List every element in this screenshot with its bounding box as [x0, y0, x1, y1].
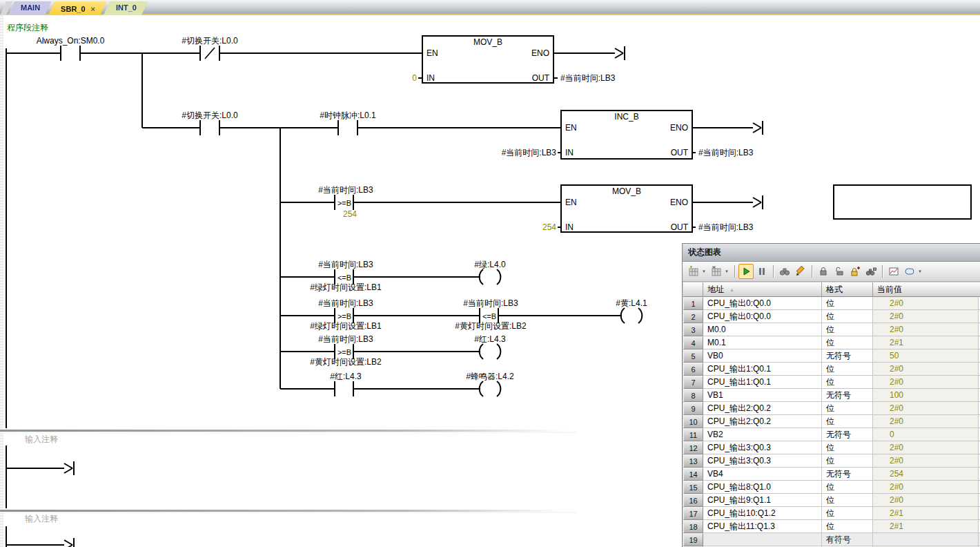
coil-red[interactable]	[480, 344, 501, 359]
current-value-cell[interactable]: 2#0	[873, 415, 979, 428]
tab-main[interactable]: MAIN	[8, 1, 51, 15]
coil-label[interactable]: #红:L4.3	[474, 334, 505, 344]
operand-label[interactable]: #当前时间:LB3	[318, 334, 373, 344]
address-cell[interactable]: VB0	[703, 349, 822, 363]
force-button[interactable]	[816, 264, 831, 279]
format-cell[interactable]: 位	[822, 310, 873, 323]
delete-row-button[interactable]	[709, 264, 724, 279]
format-cell[interactable]: 位	[822, 481, 873, 494]
address-cell[interactable]: VB4	[703, 468, 822, 481]
current-value-cell[interactable]: 2#0	[873, 454, 979, 468]
address-cell[interactable]: CPU_输出0:Q0.0	[703, 297, 822, 310]
operand-label[interactable]: #绿灯时间设置:LB1	[310, 321, 381, 331]
format-cell[interactable]: 位	[822, 441, 873, 454]
row-number-button[interactable]: 8	[683, 389, 703, 402]
contact-red[interactable]	[335, 381, 353, 396]
address-cell[interactable]: CPU_输出1:Q0.1	[703, 376, 822, 389]
network-comment[interactable]: 程序段注释	[7, 23, 48, 32]
row-number-button[interactable]: 14	[683, 468, 703, 481]
format-cell[interactable]: 位	[822, 336, 873, 349]
address-cell[interactable]: CPU_输出1:Q0.1	[703, 363, 822, 376]
contact-nc-switch[interactable]	[200, 46, 219, 61]
format-cell[interactable]: 位	[822, 507, 873, 520]
trend-view-button[interactable]	[886, 264, 901, 279]
operand-label[interactable]: #当前时间:LB3	[483, 148, 556, 157]
pause-chart-button[interactable]	[754, 264, 770, 279]
contact-always-on[interactable]	[61, 46, 80, 61]
insert-row-button[interactable]	[686, 264, 701, 279]
row-number-button[interactable]: 12	[683, 441, 703, 454]
header-format[interactable]: 格式	[822, 282, 873, 297]
input-comment-placeholder[interactable]: 输入注释	[25, 514, 58, 524]
dropdown-icon[interactable]: ▼	[702, 269, 706, 274]
address-cell[interactable]: VB2	[703, 428, 822, 441]
current-value-cell[interactable]: 2#0	[873, 441, 979, 454]
current-value-cell[interactable]: 2#0	[873, 494, 979, 507]
row-number-button[interactable]: 7	[683, 376, 703, 389]
constant-value[interactable]: 0	[386, 73, 417, 83]
chart-status-on-button[interactable]	[738, 264, 754, 279]
format-cell[interactable]: 无符号	[822, 468, 873, 481]
row-number-button[interactable]: 6	[683, 363, 703, 376]
operand-label[interactable]: #当前时间:LB3	[698, 222, 753, 232]
header-address[interactable]: 地址 ▲	[703, 282, 822, 297]
format-cell[interactable]: 位	[822, 297, 873, 310]
tab-sbr0[interactable]: SBR_0 ×	[48, 1, 106, 15]
row-number-button[interactable]: 2	[683, 310, 703, 323]
address-cell[interactable]: CPU_输出3:Q0.3	[703, 441, 822, 454]
address-cell[interactable]: CPU_输出9:Q1.1	[703, 494, 822, 507]
operand-label[interactable]: Always_On:SM0.0	[37, 36, 105, 46]
row-number-button[interactable]: 1	[683, 297, 703, 310]
operand-label[interactable]: #时钟脉冲:L0.1	[320, 111, 375, 120]
operand-label[interactable]: #切换开关:L0.0	[182, 111, 237, 120]
row-number-button[interactable]: 13	[683, 454, 703, 468]
unforce-button[interactable]	[832, 264, 847, 279]
operand-label[interactable]: #切换开关:L0.0	[182, 36, 237, 46]
format-cell[interactable]: 位	[822, 415, 873, 428]
row-number-button[interactable]: 15	[683, 481, 703, 494]
coil-label[interactable]: #黄:L4.1	[616, 298, 647, 308]
operand-label[interactable]: #当前时间:LB3	[318, 185, 373, 195]
address-cell[interactable]: CPU_输出0:Q0.0	[703, 310, 822, 323]
format-cell[interactable]: 有符号	[822, 533, 873, 546]
current-value-cell[interactable]: 50	[873, 349, 979, 363]
format-cell[interactable]: 位	[822, 363, 873, 376]
contact-clock-pulse[interactable]	[338, 120, 357, 135]
format-cell[interactable]: 位	[822, 402, 873, 415]
address-cell[interactable]: CPU_输出10:Q1.2	[703, 507, 822, 520]
operand-label[interactable]: #红:L4.3	[330, 372, 361, 381]
close-icon[interactable]: ×	[91, 5, 95, 13]
current-value-cell[interactable]: 2#0	[873, 363, 979, 376]
address-cell[interactable]: VB1	[703, 389, 822, 402]
constant-value[interactable]: 254	[522, 222, 556, 232]
current-value-cell[interactable]: 2#0	[873, 310, 979, 323]
operand-label[interactable]: #黄灯时间设置:LB2	[455, 321, 526, 331]
constant-value[interactable]: 254	[343, 209, 357, 219]
address-cell[interactable]: CPU_输出2:Q0.2	[703, 402, 822, 415]
dropdown-icon[interactable]: ▼	[725, 269, 729, 274]
operand-label[interactable]: #当前时间:LB3	[318, 298, 373, 308]
operand-label[interactable]: #绿灯时间设置:LB1	[310, 282, 381, 292]
current-value-cell[interactable]: 2#0	[873, 402, 979, 415]
write-all-button[interactable]	[793, 264, 808, 279]
coil-yellow[interactable]	[621, 308, 643, 323]
format-cell[interactable]: 位	[822, 494, 873, 507]
operand-label[interactable]: #当前时间:LB3	[463, 298, 518, 308]
operand-label[interactable]: #当前时间:LB3	[698, 148, 753, 157]
row-number-button[interactable]: 11	[683, 428, 703, 441]
format-cell[interactable]: 位	[822, 520, 873, 533]
row-number-button[interactable]: 17	[683, 507, 703, 520]
format-cell[interactable]: 无符号	[822, 428, 873, 441]
current-value-cell[interactable]: 2#0	[873, 297, 979, 310]
input-comment-placeholder[interactable]: 输入注释	[25, 434, 58, 444]
row-number-button[interactable]: 5	[683, 349, 703, 363]
current-value-cell[interactable]: 2#1	[873, 336, 979, 349]
coil-buzzer[interactable]	[480, 381, 501, 396]
address-cell[interactable]: CPU_输出11:Q1.3	[703, 520, 822, 533]
current-value-cell[interactable]: 0	[873, 428, 979, 441]
row-number-button[interactable]: 4	[683, 336, 703, 349]
format-cell[interactable]: 位	[822, 454, 873, 468]
coil-label[interactable]: #蜂鸣器:L4.2	[466, 372, 513, 381]
coil-label[interactable]: #绿:L4.0	[474, 260, 505, 269]
address-cell[interactable]: CPU_输出2:Q0.2	[703, 415, 822, 428]
